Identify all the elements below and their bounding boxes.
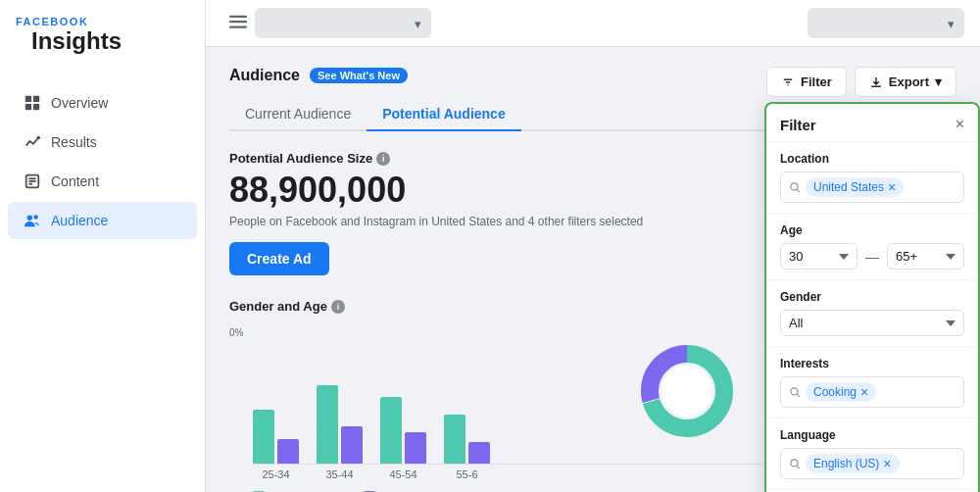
svg-point-4 — [37, 136, 41, 140]
content-area: Filter Export ▾ Audience See What's New … — [206, 47, 980, 492]
filter-header: Filter × — [766, 104, 978, 142]
filter-interests-input[interactable]: Cooking × — [780, 376, 964, 408]
sidebar-item-overview[interactable]: Overview — [8, 84, 197, 122]
svg-line-21 — [797, 189, 800, 192]
bar-men-55-6x — [468, 442, 490, 464]
sidebar-logo-area: FACEBOOK Insights — [0, 0, 205, 74]
filter-language-remove[interactable]: × — [883, 456, 891, 471]
date-selector-wrapper — [808, 8, 964, 38]
sidebar: FACEBOOK Insights Overview Results Conte… — [0, 0, 206, 492]
filter-interests-remove[interactable]: × — [860, 384, 868, 400]
filter-icon — [781, 75, 795, 89]
filter-location-input[interactable]: United States × — [780, 172, 964, 203]
sidebar-item-label-audience: Audience — [51, 213, 108, 228]
sidebar-item-label-results: Results — [51, 134, 97, 150]
sidebar-item-audience[interactable]: Audience — [8, 202, 197, 239]
bar-women-45-54 — [380, 397, 402, 464]
download-icon — [869, 75, 883, 89]
donut-chart — [633, 337, 741, 445]
filter-panel: Filter × Location United States × — [764, 102, 980, 492]
filter-section-location: Location United States × — [766, 142, 978, 214]
filter-age-label: Age — [780, 223, 964, 237]
export-chevron-icon: ▾ — [935, 74, 942, 89]
bar-group-55-6x — [444, 415, 490, 464]
export-button[interactable]: Export ▾ — [855, 67, 956, 97]
filter-interests-tag: Cooking × — [806, 382, 876, 402]
sidebar-item-label-overview: Overview — [51, 95, 108, 111]
chart-info-icon[interactable]: i — [331, 300, 345, 314]
size-info-icon[interactable]: i — [376, 152, 390, 166]
bar-women-25-34 — [253, 410, 274, 464]
facebook-logo: FACEBOOK — [16, 16, 189, 27]
svg-rect-0 — [25, 96, 31, 102]
sidebar-item-label-content: Content — [51, 173, 99, 189]
svg-point-20 — [791, 183, 798, 190]
audience-icon — [24, 212, 41, 229]
filter-location-tag: United States × — [806, 177, 904, 197]
filter-gender-select[interactable]: AllWomenMen — [780, 310, 964, 336]
filter-interests-label: Interests — [780, 357, 964, 370]
filter-section-interests: Interests Cooking × — [766, 347, 978, 418]
filter-language-label: Language — [780, 428, 964, 442]
svg-point-9 — [27, 216, 32, 221]
svg-point-19 — [662, 366, 712, 417]
svg-line-23 — [797, 394, 800, 397]
donut-chart-wrapper — [633, 337, 741, 448]
svg-point-24 — [791, 460, 798, 467]
filter-section-age: Age 301825 — 65+55+60+ — [766, 214, 978, 280]
export-button-label: Export — [889, 74, 929, 89]
bar-women-35-44 — [317, 385, 338, 464]
sidebar-item-results[interactable]: Results — [8, 123, 197, 161]
svg-rect-13 — [229, 26, 247, 28]
search-icon — [789, 181, 801, 193]
x-label-45-54: 45-54 — [380, 468, 426, 480]
zero-percent-label: 0% — [229, 327, 243, 338]
content-icon — [24, 172, 41, 190]
app-title: Insights — [16, 27, 189, 71]
sidebar-nav: Overview Results Content Audienc — [0, 74, 205, 249]
svg-rect-12 — [229, 21, 247, 23]
page-selector[interactable] — [255, 8, 431, 38]
filter-language-input[interactable]: English (US) × — [780, 448, 964, 479]
filter-location-label: Location — [780, 152, 964, 166]
page-selector-wrapper — [255, 8, 431, 38]
filter-panel-title: Filter — [780, 117, 816, 133]
bar-group-25-34 — [253, 410, 299, 464]
create-ad-button[interactable]: Create Ad — [229, 242, 329, 275]
hamburger-icon[interactable] — [229, 13, 247, 33]
filter-age-from[interactable]: 301825 — [780, 243, 858, 270]
filter-button[interactable]: Filter — [766, 67, 847, 97]
chart-icon — [24, 133, 41, 151]
x-label-35-44: 35-44 — [317, 468, 363, 480]
main-area: Filter Export ▾ Audience See What's New … — [206, 0, 980, 492]
svg-rect-11 — [229, 16, 247, 18]
filter-close-button[interactable]: × — [956, 116, 964, 133]
search-icon-language — [789, 458, 801, 469]
x-label-25-34: 25-34 — [253, 468, 299, 480]
grid-icon — [24, 94, 41, 112]
filter-location-remove[interactable]: × — [888, 179, 896, 195]
tab-potential-audience[interactable]: Potential Audience — [367, 98, 521, 131]
bar-group-35-44 — [317, 385, 363, 464]
filter-language-tag: English (US) × — [806, 454, 900, 473]
topbar — [206, 0, 980, 47]
x-label-55-6x: 55-6 — [444, 468, 490, 480]
filter-button-label: Filter — [801, 74, 832, 89]
bar-women-55-6x — [444, 415, 466, 464]
audience-section-title: Audience — [229, 67, 300, 84]
svg-rect-3 — [33, 104, 39, 110]
bar-men-45-54 — [405, 432, 426, 464]
sidebar-item-content[interactable]: Content — [8, 163, 197, 200]
search-icon-interests — [789, 386, 801, 398]
svg-rect-1 — [33, 96, 39, 102]
svg-rect-2 — [25, 104, 31, 110]
top-actions: Filter Export ▾ — [766, 67, 956, 97]
filter-age-to[interactable]: 65+55+60+ — [887, 243, 964, 270]
date-selector[interactable] — [808, 8, 964, 38]
tab-current-audience[interactable]: Current Audience — [229, 98, 367, 131]
new-badge[interactable]: See What's New — [310, 68, 408, 83]
svg-point-22 — [791, 388, 798, 395]
bar-men-25-34 — [277, 439, 299, 464]
filter-age-dash: — — [865, 249, 879, 265]
filter-section-gender: Gender AllWomenMen — [766, 280, 978, 347]
